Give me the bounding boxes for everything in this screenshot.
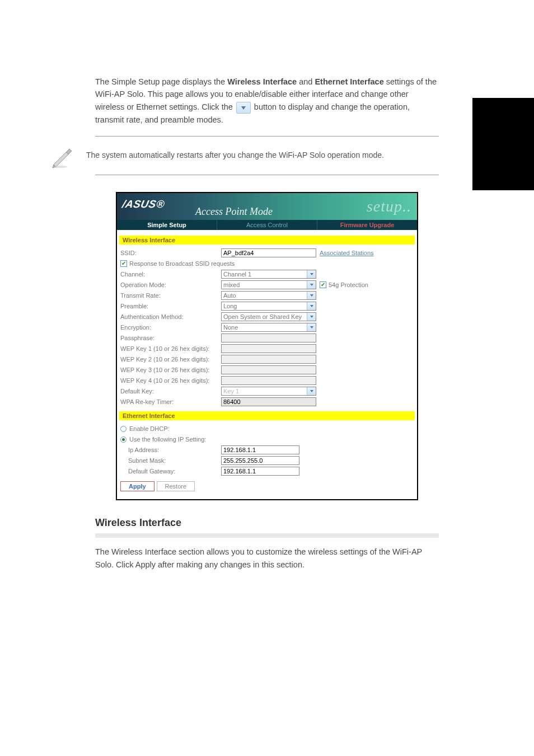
txrate-select[interactable]: Auto xyxy=(221,291,316,300)
auth-label: Authentication Method: xyxy=(120,313,221,320)
section-wireless: Wireless Interface xyxy=(119,236,415,245)
ssid-input[interactable] xyxy=(221,248,316,257)
static-radio[interactable] xyxy=(120,436,127,443)
wep1-input[interactable] xyxy=(221,344,316,353)
tab-access-control[interactable]: Access Control xyxy=(217,220,317,230)
enc-select[interactable]: None xyxy=(221,323,316,332)
txrate-label: Transmit Rate: xyxy=(120,292,221,299)
defkey-label: Default Key: xyxy=(120,388,221,395)
pass-input[interactable] xyxy=(221,334,316,342)
rekey-label: WPA Re-key Timer: xyxy=(120,398,221,405)
note-text: The system automatically restarts after … xyxy=(86,150,439,161)
static-label: Use the following IP Setting: xyxy=(129,436,206,443)
dropdown-icon xyxy=(236,102,251,114)
broadcast-checkbox[interactable]: ✔ xyxy=(120,260,127,267)
setup-screenshot: /ASUS® Access Point Mode setup.. Simple … xyxy=(116,192,418,500)
ip-label: Ip Address: xyxy=(120,447,221,453)
svg-point-0 xyxy=(51,166,67,168)
pencil-icon xyxy=(49,142,76,169)
shot-header: /ASUS® Access Point Mode setup.. xyxy=(117,193,417,220)
wep4-input[interactable] xyxy=(221,376,316,385)
defkey-select[interactable]: Key 1 xyxy=(221,387,316,396)
wi-desc: The Wireless Interface section allows yo… xyxy=(95,546,439,571)
wep3-label: WEP Key 3 (10 or 26 hex digits): xyxy=(120,367,221,373)
ap-mode-title: Access Point Mode xyxy=(195,206,273,218)
asus-logo: /ASUS xyxy=(121,195,158,210)
channel-label: Channel: xyxy=(120,271,221,278)
gw-input[interactable] xyxy=(221,467,299,476)
note-block: The system automatically restarts after … xyxy=(95,136,439,175)
preamble-select[interactable]: Long xyxy=(221,302,316,311)
gray-divider xyxy=(95,533,439,538)
tab-firmware-upgrade[interactable]: Firmware Upgrade xyxy=(317,220,417,230)
ssid-label: SSID: xyxy=(120,250,221,256)
wi-heading: Wireless Interface xyxy=(95,517,439,529)
mask-label: Subnet Mask: xyxy=(120,457,221,464)
tabs: Simple Setup Access Control Firmware Upg… xyxy=(117,220,417,230)
preamble-label: Preamble: xyxy=(120,303,221,309)
intro-text: The Simple Setup page displays the Wirel… xyxy=(95,76,439,126)
setup-word: setup.. xyxy=(367,198,411,215)
wep2-input[interactable] xyxy=(221,355,316,364)
auth-select[interactable]: Open System or Shared Key xyxy=(221,312,316,321)
rekey-input[interactable] xyxy=(221,397,316,406)
wep3-input[interactable] xyxy=(221,365,316,374)
wep2-label: WEP Key 2 (10 or 26 hex digits): xyxy=(120,356,221,363)
channel-select[interactable]: Channel 1 xyxy=(221,270,316,279)
restore-button[interactable]: Restore xyxy=(157,481,195,491)
dhcp-label: Enable DHCP: xyxy=(129,425,170,432)
gw-label: Default Gateway: xyxy=(120,468,221,475)
pass-label: Passphrase: xyxy=(120,335,221,341)
section-ethernet: Ethernet Interface xyxy=(119,411,415,420)
tab-simple-setup[interactable]: Simple Setup xyxy=(117,220,217,230)
dhcp-radio[interactable] xyxy=(120,426,127,432)
wep4-label: WEP Key 4 (10 or 26 hex digits): xyxy=(120,377,221,384)
opmode-label: Operation Mode: xyxy=(120,281,221,288)
broadcast-label: Response to Broadcast SSID requests xyxy=(129,260,235,267)
opmode-select[interactable]: mixed xyxy=(221,280,316,289)
apply-button[interactable]: Apply xyxy=(120,481,154,491)
54g-label: 54g Protection xyxy=(329,281,368,288)
54g-checkbox[interactable]: ✔ xyxy=(320,281,326,288)
mask-input[interactable] xyxy=(221,456,299,465)
ip-input[interactable] xyxy=(221,445,299,454)
wep1-label: WEP Key 1 (10 or 26 hex digits): xyxy=(120,345,221,352)
assoc-stations-link[interactable]: Associated Stations xyxy=(320,250,374,256)
enc-label: Encryption: xyxy=(120,324,221,331)
